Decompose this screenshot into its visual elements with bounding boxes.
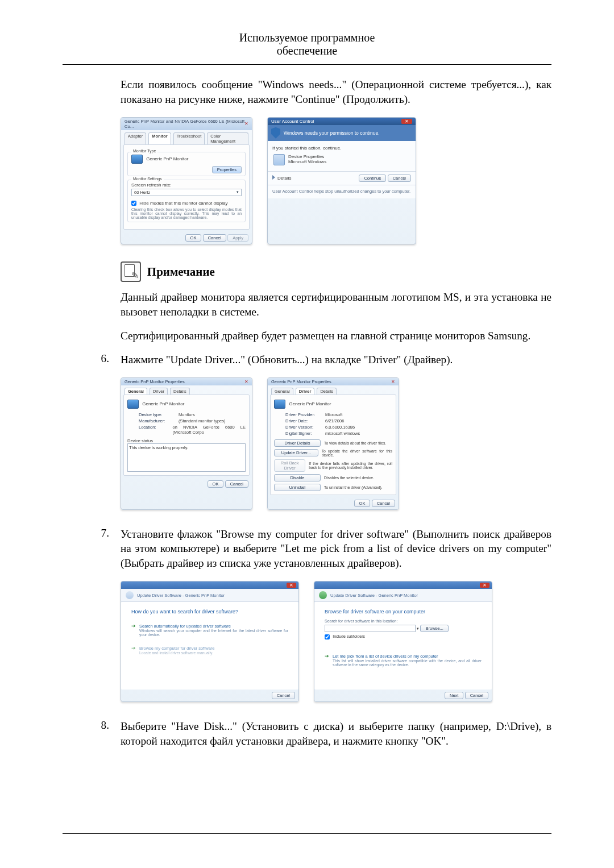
props-general-window: Generic PnP Monitor Properties ✕ General… — [121, 377, 252, 510]
properties-button[interactable]: Properties — [212, 166, 242, 173]
arrow-icon: ➔ — [131, 646, 136, 655]
window-title: Generic PnP Monitor Properties — [125, 379, 185, 384]
refresh-label: Screen refresh rate: — [131, 182, 242, 188]
hide-modes-desc: Clearing this check box allows you to se… — [131, 207, 242, 219]
tab-driver[interactable]: Driver — [150, 388, 168, 394]
close-icon[interactable]: ✕ — [244, 379, 248, 384]
uninstall-button[interactable]: Uninstall — [274, 484, 321, 491]
ok-button[interactable]: OK — [208, 480, 224, 488]
step8-text: Выберите "Have Disk..." (Установить с ди… — [121, 719, 551, 749]
close-icon[interactable]: ✕ — [287, 583, 296, 588]
wizard-browse: ✕ Update Driver Software - Generic PnP M… — [314, 581, 492, 702]
shield-icon — [271, 127, 280, 139]
details-toggle[interactable]: Details — [277, 176, 291, 181]
program-icon — [273, 154, 285, 165]
tab-details[interactable]: Details — [170, 388, 190, 394]
uac-message: Windows needs your permission to continu… — [284, 130, 380, 136]
wizard-heading: Browse for driver software on your compu… — [322, 609, 484, 619]
step7-text: Установите флажок "Browse my computer fo… — [121, 527, 551, 571]
figure-row-3: ✕ Update Driver Software - Generic PnP M… — [121, 581, 551, 702]
search-label: Search for driver software in this locat… — [325, 619, 482, 623]
cancel-button[interactable]: Cancel — [372, 500, 395, 507]
note-block: Примечание — [121, 261, 551, 282]
note-title: Примечание — [147, 264, 215, 278]
step7-number: 7. — [64, 527, 109, 571]
close-icon[interactable]: ✕ — [244, 121, 248, 126]
next-button[interactable]: Next — [445, 692, 463, 699]
refresh-dropdown[interactable]: 60 Hertz ▾ — [131, 189, 242, 196]
monitor-settings-legend: Monitor Settings — [131, 177, 164, 181]
status-legend: Device status — [127, 438, 246, 443]
arrow-icon: ➔ — [325, 654, 329, 667]
driver-details-button[interactable]: Driver Details — [274, 439, 321, 447]
cancel-button[interactable]: Cancel — [388, 175, 411, 182]
figure-row-1: Generic PnP Monitor and NVIDIA GeForce 6… — [121, 117, 551, 244]
step6-number: 6. — [64, 352, 109, 367]
note-icon — [121, 261, 141, 282]
cancel-button[interactable]: Cancel — [225, 480, 248, 488]
option-pick-from-list[interactable]: ➔ Let me pick from a list of device driv… — [322, 649, 484, 671]
program-publisher: Microsoft Windows — [288, 159, 326, 164]
option-auto-search[interactable]: ➔ Search automatically for updated drive… — [129, 619, 291, 641]
disable-button[interactable]: Disable — [274, 474, 321, 481]
close-icon[interactable]: ✕ — [391, 379, 395, 384]
ok-button[interactable]: OK — [354, 500, 371, 507]
rollback-button[interactable]: Roll Back Driver — [274, 459, 305, 472]
wizard-crumb: Update Driver Software - Generic PnP Mon… — [137, 593, 225, 598]
figure-row-2: Generic PnP Monitor Properties ✕ General… — [121, 377, 551, 510]
back-icon[interactable] — [126, 591, 134, 599]
step8-number: 8. — [64, 719, 109, 749]
monitor-icon — [127, 400, 139, 409]
tab-troubleshoot[interactable]: Troubleshoot — [173, 132, 205, 144]
tab-general[interactable]: General — [271, 388, 293, 394]
hide-modes-checkbox[interactable] — [131, 201, 136, 206]
uac-title: User Account Control — [271, 119, 314, 124]
wizard-crumb: Update Driver Software - Generic PnP Mon… — [330, 593, 418, 598]
uac-line1: If you started this action, continue. — [272, 146, 411, 151]
back-icon[interactable] — [319, 591, 327, 599]
header-line2: обеспечение — [277, 44, 337, 57]
window-title: Generic PnP Monitor and NVIDIA GeForce 6… — [125, 119, 244, 129]
chevron-right-icon — [272, 175, 275, 180]
device-name: Generic PnP Monitor — [142, 401, 184, 406]
intro-paragraph: Если появилось сообщение "Windows needs.… — [121, 77, 551, 107]
note-p1: Данный драйвер монитора является сертифи… — [121, 290, 551, 319]
arrow-icon: ➔ — [131, 624, 136, 637]
close-icon[interactable]: ✕ — [480, 583, 489, 588]
location-input[interactable] — [325, 625, 416, 632]
ok-button[interactable]: OK — [185, 234, 202, 242]
cancel-button[interactable]: Cancel — [272, 692, 295, 699]
monitor-name: Generic PnP Monitor — [146, 156, 188, 161]
monitor-icon — [274, 400, 285, 409]
chevron-down-icon: ▾ — [237, 190, 239, 194]
option-browse[interactable]: ➔ Browse my computer for driver software… — [129, 641, 291, 659]
monitor-icon — [131, 155, 143, 164]
wizard-heading: How do you want to search for driver sof… — [129, 609, 291, 619]
tab-monitor[interactable]: Monitor — [148, 132, 171, 144]
program-name: Device Properties — [288, 154, 326, 159]
monitor-type-legend: Monitor Type — [131, 149, 157, 153]
include-subfolders-label: Include subfolders — [333, 634, 365, 638]
uac-footer: User Account Control helps stop unauthor… — [272, 189, 411, 194]
apply-button[interactable]: Apply — [227, 234, 248, 242]
continue-button[interactable]: Continue — [359, 175, 386, 182]
include-subfolders-checkbox[interactable] — [325, 634, 330, 639]
close-icon[interactable]: ✕ — [401, 119, 412, 124]
window-title: Generic PnP Monitor Properties — [271, 379, 331, 384]
tab-color[interactable]: Color Management — [207, 132, 248, 144]
tab-details[interactable]: Details — [317, 388, 337, 394]
display-properties-window: Generic PnP Monitor and NVIDIA GeForce 6… — [121, 117, 252, 244]
footer-rule — [63, 833, 551, 834]
props-driver-window: Generic PnP Monitor Properties ✕ General… — [267, 377, 399, 510]
cancel-button[interactable]: Cancel — [203, 234, 226, 242]
tab-general[interactable]: General — [125, 388, 147, 394]
header-line1: Используемое программное — [239, 31, 375, 44]
note-p2: Сертифицированный драйвер будет размещен… — [121, 329, 551, 343]
tab-adapter[interactable]: Adapter — [125, 132, 146, 144]
update-driver-button[interactable]: Update Driver... — [274, 449, 318, 456]
hide-modes-label: Hide modes that this monitor cannot disp… — [139, 201, 227, 206]
browse-button[interactable]: Browse... — [420, 625, 448, 632]
tab-driver[interactable]: Driver — [296, 388, 315, 394]
wizard-search: ✕ Update Driver Software - Generic PnP M… — [121, 581, 299, 702]
cancel-button[interactable]: Cancel — [465, 692, 488, 699]
